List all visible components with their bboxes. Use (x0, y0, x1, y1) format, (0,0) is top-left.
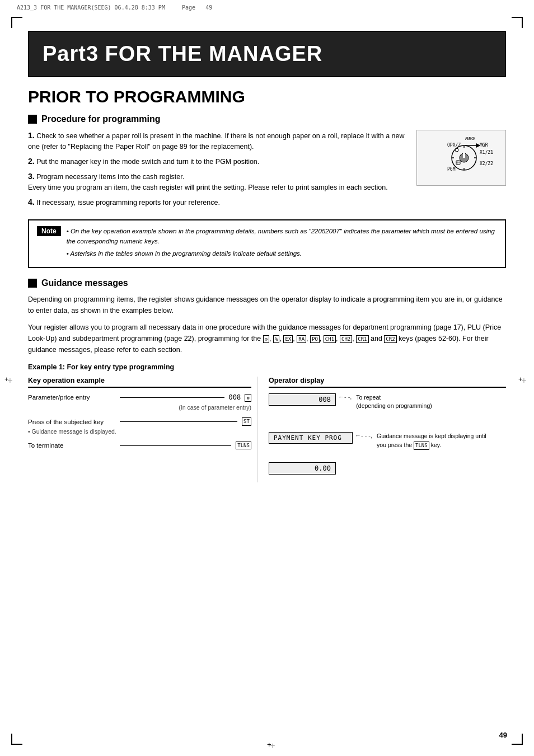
note-item-2: • Asterisks in the tables shown in the p… (67, 248, 497, 259)
guidance-para2: Your register allows you to program all … (28, 322, 506, 355)
crosshair-left: + (4, 375, 16, 386)
step-2-num: 2. (28, 157, 35, 166)
key-x: ⊗ (245, 394, 251, 402)
key-ra: RA (297, 335, 306, 344)
page-label: Page (182, 4, 195, 11)
svg-rect-9 (463, 153, 465, 158)
part-title: Part3 FOR THE MANAGER (43, 42, 491, 66)
step-1: 1. Check to see whether a paper roll is … (28, 130, 405, 152)
crosshair-right: + (518, 375, 530, 386)
step-2: 2. Put the manager key in the mode switc… (28, 156, 405, 167)
display-3: 0.00 (269, 462, 336, 475)
entry-line-2 (120, 421, 237, 422)
example-header: Example 1: For key entry type programmin… (28, 363, 506, 371)
square-icon-procedure (28, 115, 37, 124)
entry-line-3 (120, 445, 231, 446)
step-3: 3. Program necessary items into the cash… (28, 171, 405, 193)
svg-rect-15 (456, 161, 460, 165)
step-2-text: Put the manager key in the mode switch a… (36, 158, 259, 166)
corner-br (512, 734, 523, 745)
svg-point-14 (455, 148, 458, 152)
procedure-header: Procedure for programming (28, 114, 506, 124)
entry-value-3: TLNS (236, 442, 251, 450)
key-cr1: CR1 (356, 335, 368, 344)
display-1: 008 (269, 393, 336, 406)
entry-subnote-2: • Guidance message is displayed. (28, 428, 251, 435)
entry-row-1: Parameter/price entry 008 ⊗ (28, 393, 251, 402)
svg-text:REG: REG (465, 136, 475, 141)
key-tlns: TLNS (236, 442, 251, 450)
left-column: Key operation example Parameter/price en… (28, 377, 257, 482)
square-icon-guidance (28, 279, 37, 288)
guidance-para1: Depending on programming items, the regi… (28, 294, 506, 316)
and-text: and (371, 335, 382, 342)
arrow-1: ←- -, (338, 393, 352, 400)
right-column: Operator display 008 ←- -, To repeat(dep… (257, 377, 506, 482)
key-st: ST (242, 417, 251, 426)
step-3-num: 3. (28, 172, 35, 181)
display-note-1: To repeat(depending on programming) (356, 393, 432, 411)
key-ch2: CH2 (340, 335, 352, 344)
step-4-text: If necessary, issue programming reports … (36, 199, 220, 206)
note-item-1: • On the key operation example shown in … (67, 226, 497, 247)
step-1-text: Check to see whether a paper roll is pre… (28, 132, 405, 151)
step-3-text: Program necessary items into the cash re… (28, 173, 388, 191)
display-note-2: Guidance message is kept displaying unti… (377, 432, 489, 450)
corner-tr (512, 17, 523, 28)
page-number: 49 (499, 731, 507, 739)
entry-row-2: Press of the subjected key ST (28, 417, 251, 426)
step-4-num: 4. (28, 198, 35, 206)
svg-text:X2/Z2: X2/Z2 (480, 161, 493, 166)
display-row-1: 008 ←- -, To repeat(depending on program… (269, 393, 506, 411)
right-col-title: Operator display (269, 377, 506, 388)
key-po: PO (310, 335, 320, 344)
corner-tl (11, 17, 22, 28)
left-col-title: Key operation example (28, 377, 251, 388)
entry-label-3: To terminate (28, 442, 118, 449)
note-label: Note (37, 226, 61, 236)
entry-line-1 (120, 397, 224, 398)
file-info: A213_3 FOR THE MANAGER(SEEG) 06.4.28 8:3… (17, 4, 165, 11)
display-2: PAYMENT KEY PROG (269, 432, 353, 444)
entry-row-3: To terminate TLNS (28, 442, 251, 450)
step-4: 4. If necessary, issue programming repor… (28, 196, 405, 208)
key-ex: EX (283, 335, 293, 344)
entry-subnote-1: (In case of parameter entry) (28, 404, 251, 411)
entry-value-2: ST (242, 417, 251, 426)
entry-value-1: 008 ⊗ (229, 393, 251, 402)
corner-bl (11, 734, 22, 745)
svg-text:PGM: PGM (447, 167, 456, 172)
key-percent: % (273, 335, 279, 344)
key-ch1: CH1 (324, 335, 336, 344)
procedure-title: Procedure for programming (41, 114, 160, 124)
display-row-3: 0.00 (269, 462, 506, 475)
guidance-header: Guidance messages (28, 278, 506, 288)
procedure-steps: 1. Check to see whether a paper roll is … (28, 130, 405, 212)
mode-switch-diagram: REG OPX/Z MGR X1/Z1 X2/Z2 PGM (416, 130, 506, 186)
step-1-num: 1. (28, 131, 35, 140)
note-content: • On the key operation example shown in … (67, 226, 497, 261)
key-cr2: CR2 (384, 335, 396, 344)
section-title: PRIOR TO PROGRAMMING (28, 87, 506, 106)
svg-text:MGR: MGR (480, 143, 488, 148)
arrow-2: ←- - -, (355, 432, 372, 439)
note-box: Note • On the key operation example show… (28, 219, 506, 268)
entry-label-2: Press of the subjected key (28, 419, 118, 425)
entry-label-1: Parameter/price entry (28, 394, 118, 401)
page-header: A213_3 FOR THE MANAGER(SEEG) 06.4.28 8:3… (17, 4, 212, 11)
key-circle: ⊙ (263, 335, 269, 344)
guidance-title: Guidance messages (41, 278, 128, 288)
display-row-2: PAYMENT KEY PROG ←- - -, Guidance messag… (269, 432, 506, 450)
entry-columns: Key operation example Parameter/price en… (28, 377, 506, 482)
guidance-para1-text: Depending on programming items, the regi… (28, 295, 503, 314)
header-page-num: 49 (205, 4, 212, 11)
key-tlns-ref: TLNS (414, 442, 429, 450)
crosshair-bottom: + (267, 740, 278, 752)
part-title-box: Part3 FOR THE MANAGER (28, 31, 506, 77)
svg-text:X1/Z1: X1/Z1 (480, 150, 493, 155)
mode-switch-svg: REG OPX/Z MGR X1/Z1 X2/Z2 PGM (425, 134, 498, 182)
